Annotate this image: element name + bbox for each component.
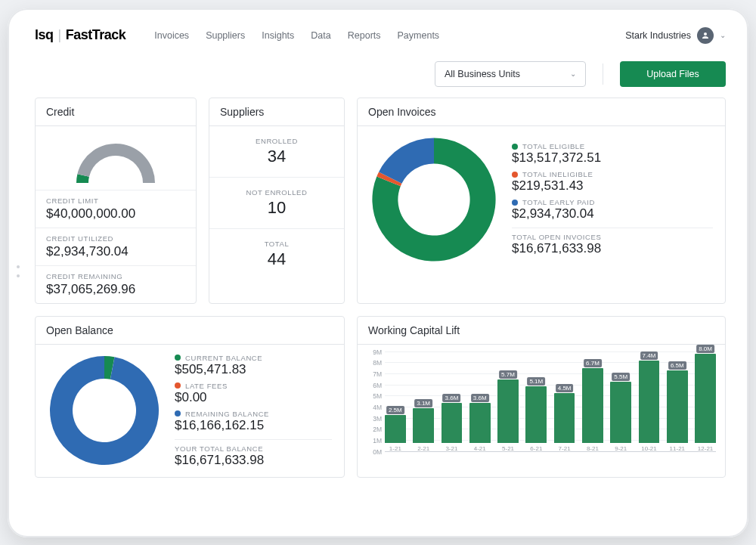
card-open-balance: Open Balance CURRENT BALANCE$505,471.83 … xyxy=(35,316,345,478)
dot-icon xyxy=(512,200,518,206)
card-title: Working Capital Lift xyxy=(358,317,725,345)
card-title: Suppliers xyxy=(209,98,344,126)
open-invoices-legend: TOTAL ELIGIBLE$13,517,372.51 TOTAL INELI… xyxy=(512,142,713,256)
brand-logo: lsq xyxy=(35,27,54,42)
credit-remaining-label: CREDIT REMAINING xyxy=(46,272,185,280)
suppliers-notenrolled-value: 10 xyxy=(209,198,344,218)
credit-utilized-label: CREDIT UTILIZED xyxy=(46,234,185,243)
card-open-invoices: Open Invoices TOTAL ELIGIBLE$13,517,372.… xyxy=(357,98,726,304)
top-nav: lsq|FastTrack Invoices Suppliers Insight… xyxy=(35,22,726,49)
nav-links: Invoices Suppliers Insights Data Reports… xyxy=(154,30,439,41)
dot-icon xyxy=(512,144,518,150)
card-credit: Credit CREDIT LIMIT $40,000,000.00 CREDI… xyxy=(35,98,197,304)
suppliers-enrolled-label: ENROLLED xyxy=(209,137,344,145)
credit-limit-label: CREDIT LIMIT xyxy=(46,197,185,205)
filter-row: All Business Units ⌄ Upload Files xyxy=(35,61,726,87)
card-title: Credit xyxy=(36,98,196,126)
app-frame: lsq|FastTrack Invoices Suppliers Insight… xyxy=(8,8,748,537)
working-capital-chart: 0M1M2M3M4M5M6M7M8M9M2.5M1-213.1M2-213.6M… xyxy=(367,352,716,466)
open-balance-legend: CURRENT BALANCE$505,471.83 LATE FEES$0.0… xyxy=(175,354,332,468)
nav-invoices[interactable]: Invoices xyxy=(154,30,189,41)
nav-data[interactable]: Data xyxy=(311,30,330,41)
account-menu[interactable]: Stark Industries ⌄ xyxy=(625,27,726,44)
card-title: Open Invoices xyxy=(358,98,725,126)
card-title: Open Balance xyxy=(36,317,344,345)
nav-payments[interactable]: Payments xyxy=(398,30,440,41)
nav-suppliers[interactable]: Suppliers xyxy=(206,30,245,41)
nav-reports[interactable]: Reports xyxy=(348,30,381,41)
suppliers-total-value: 44 xyxy=(209,249,344,269)
credit-limit-value: $40,000,000.00 xyxy=(46,206,185,221)
business-units-value: All Business Units xyxy=(445,69,520,79)
suppliers-enrolled-value: 34 xyxy=(209,147,344,166)
credit-gauge xyxy=(36,126,196,190)
dot-icon xyxy=(512,172,518,178)
open-invoices-donut xyxy=(370,135,498,264)
credit-utilized-value: $2,934,730.04 xyxy=(46,244,185,259)
chevron-down-icon: ⌄ xyxy=(570,70,576,78)
chevron-down-icon: ⌄ xyxy=(720,31,726,39)
upload-files-button[interactable]: Upload Files xyxy=(620,61,726,87)
card-suppliers: Suppliers ENROLLED 34 NOT ENROLLED 10 TO… xyxy=(209,98,345,304)
dot-icon xyxy=(175,382,181,389)
suppliers-total-label: TOTAL xyxy=(209,240,344,248)
credit-remaining-value: $37,065,269.96 xyxy=(46,282,185,297)
open-balance-donut xyxy=(48,354,161,467)
dot-icon xyxy=(175,410,181,416)
card-working-capital: Working Capital Lift 0M1M2M3M4M5M6M7M8M9… xyxy=(357,316,726,478)
brand: lsq|FastTrack xyxy=(35,27,125,43)
nav-insights[interactable]: Insights xyxy=(262,30,294,41)
brand-product: FastTrack xyxy=(66,27,126,42)
avatar-icon xyxy=(697,27,714,44)
business-units-select[interactable]: All Business Units ⌄ xyxy=(435,61,586,87)
account-name: Stark Industries xyxy=(625,30,691,41)
suppliers-notenrolled-label: NOT ENROLLED xyxy=(209,188,344,197)
divider xyxy=(603,63,603,85)
dot-icon xyxy=(175,355,181,361)
